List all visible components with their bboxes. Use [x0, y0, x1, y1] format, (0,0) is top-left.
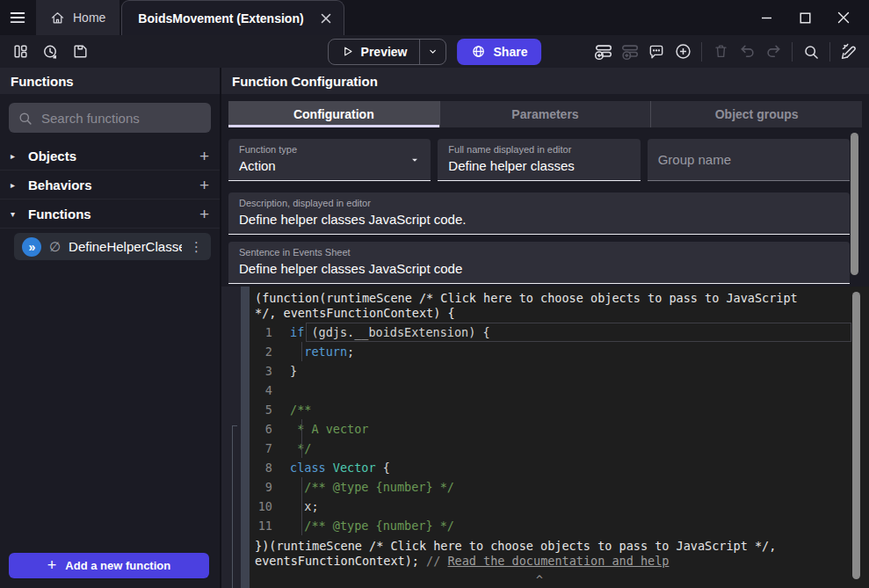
- line-number: 6: [250, 422, 290, 437]
- code-line[interactable]: 2 return;: [250, 342, 869, 361]
- edit-icon[interactable]: [836, 39, 862, 65]
- preview-label: Preview: [361, 45, 408, 59]
- line-content: class Vector {: [290, 461, 390, 475]
- line-number: 7: [250, 441, 290, 456]
- save-icon[interactable]: [67, 39, 93, 65]
- fields-row: Function type Action Full name displayed…: [228, 139, 850, 181]
- function-item-define-helper-classes[interactable]: » ∅ DefineHelperClasses ⋮: [14, 233, 211, 260]
- search-functions-input[interactable]: [41, 111, 216, 126]
- function-type-select[interactable]: Function type Action: [228, 139, 431, 181]
- field-value: Action: [239, 158, 420, 173]
- preview-options-button[interactable]: [420, 40, 446, 64]
- code-body: (function(runtimeScene /* Click here to …: [250, 287, 869, 588]
- close-window-icon[interactable]: [830, 4, 857, 31]
- add-new-icon[interactable]: [670, 39, 696, 65]
- add-function-wrap: + Add a new function: [0, 544, 220, 588]
- function-icon: »: [22, 237, 41, 257]
- sidebar-item-behaviors[interactable]: ▸ Behaviors +: [0, 171, 220, 200]
- code-footer: })(runtimeScene /* Click here to choose …: [250, 539, 812, 568]
- dropdown-caret-icon: [409, 155, 420, 165]
- hamburger-icon: [8, 8, 27, 27]
- preview-button[interactable]: Preview: [329, 40, 420, 64]
- code-scrollbar[interactable]: [852, 292, 860, 579]
- code-line[interactable]: 1if (gdjs.__boidsExtension) {: [250, 323, 869, 342]
- line-content: /** @type {number} */: [290, 519, 454, 534]
- open-panels-icon[interactable]: [7, 39, 33, 65]
- full-name-field[interactable]: Full name displayed in editor Define hel…: [438, 139, 640, 181]
- code-line[interactable]: 7 */: [250, 439, 869, 458]
- line-number: 10: [250, 499, 290, 514]
- sentence-field[interactable]: Sentence in Events Sheet Define helper c…: [228, 242, 850, 284]
- section-label: Objects: [28, 149, 191, 163]
- redo-icon[interactable]: [760, 39, 786, 65]
- preview-split-button: Preview: [328, 39, 447, 65]
- group-name-input[interactable]: [658, 152, 839, 167]
- description-field[interactable]: Description, displayed in editor Define …: [228, 192, 850, 235]
- tab-close-icon[interactable]: [321, 13, 331, 24]
- toolbar-right: [590, 39, 869, 65]
- share-button[interactable]: Share: [458, 39, 542, 65]
- toolbar-divider: [792, 42, 793, 62]
- toolbar: Preview Share: [0, 35, 869, 68]
- add-comment-icon[interactable]: [643, 39, 670, 65]
- line-content: /**: [290, 403, 311, 417]
- field-label: Description, displayed in editor: [239, 198, 839, 208]
- collapse-caret[interactable]: ^: [250, 573, 829, 588]
- add-new-function-button[interactable]: + Add a new function: [9, 553, 209, 578]
- tab-parameters[interactable]: Parameters: [439, 101, 651, 127]
- sidebar-item-objects[interactable]: ▸ Objects +: [0, 142, 220, 171]
- add-subevent-icon[interactable]: [617, 39, 643, 65]
- code-header[interactable]: (function(runtimeScene /* Click here to …: [250, 291, 812, 320]
- tab-home[interactable]: Home: [36, 0, 119, 35]
- field-value: Define helper classes JavaScript code: [239, 261, 839, 276]
- code-line[interactable]: 9 /** @type {number} */: [250, 477, 869, 497]
- tab-object-groups[interactable]: Object groups: [650, 101, 862, 127]
- line-number: 11: [250, 519, 290, 534]
- code-editor: (function(runtimeScene /* Click here to …: [221, 287, 869, 588]
- history-icon[interactable]: [37, 39, 63, 65]
- main-panel: Function Configuration Configuration Par…: [220, 68, 869, 588]
- tab-boids-movement[interactable]: BoidsMovement (Extension): [121, 0, 344, 35]
- form-scrollbar[interactable]: [851, 133, 858, 275]
- add-function-icon[interactable]: +: [199, 206, 209, 222]
- toolbar-center: Preview Share: [328, 39, 542, 65]
- add-behavior-icon[interactable]: +: [199, 177, 209, 193]
- chevron-down-icon: [428, 46, 439, 57]
- add-function-label: Add a new function: [65, 559, 170, 572]
- maximize-icon[interactable]: [792, 4, 818, 31]
- play-icon: [341, 45, 354, 58]
- home-icon: [50, 11, 65, 25]
- tab-configuration[interactable]: Configuration: [228, 101, 439, 127]
- sidebar-tree: ▸ Objects + ▸ Behaviors + ▾ Functions + …: [0, 142, 220, 544]
- add-event-icon[interactable]: [590, 39, 617, 65]
- search-box[interactable]: [9, 103, 211, 133]
- item-menu-icon[interactable]: ⋮: [190, 239, 203, 255]
- field-value: Define helper classes JavaScript code.: [239, 212, 839, 227]
- main-header: Function Configuration: [221, 68, 869, 94]
- events-scrollbar[interactable]: [241, 287, 250, 588]
- group-name-field[interactable]: [648, 139, 850, 181]
- code-line[interactable]: 4: [250, 381, 869, 400]
- main-menu-button[interactable]: [0, 0, 35, 35]
- event-bracket: [232, 425, 237, 588]
- code-line[interactable]: 10 x;: [250, 497, 869, 516]
- documentation-link[interactable]: Read the documentation and help: [447, 554, 669, 568]
- sidebar-item-functions[interactable]: ▾ Functions +: [0, 200, 220, 229]
- app-window: Home BoidsMovement (Extension): [0, 0, 869, 588]
- code-line[interactable]: 11 /** @type {number} */: [250, 516, 869, 535]
- code-line[interactable]: 5/**: [250, 400, 869, 419]
- minimize-icon[interactable]: [753, 4, 779, 31]
- code-lines: 1if (gdjs.__boidsExtension) {2 return;3}…: [250, 323, 869, 535]
- delete-icon[interactable]: [707, 39, 734, 65]
- code-line[interactable]: 3}: [250, 361, 869, 381]
- code-line[interactable]: 6 * A vector: [250, 419, 869, 439]
- line-content: if (gdjs.__boidsExtension) {: [290, 325, 490, 340]
- undo-icon[interactable]: [734, 39, 760, 65]
- search-icon[interactable]: [798, 39, 824, 65]
- field-label: Function type: [239, 144, 420, 155]
- line-number: 1: [250, 325, 290, 340]
- line-content: x;: [290, 499, 319, 514]
- code-line[interactable]: 8class Vector {: [250, 458, 869, 477]
- add-object-icon[interactable]: +: [199, 148, 209, 164]
- field-value: Define helper classes: [448, 158, 629, 173]
